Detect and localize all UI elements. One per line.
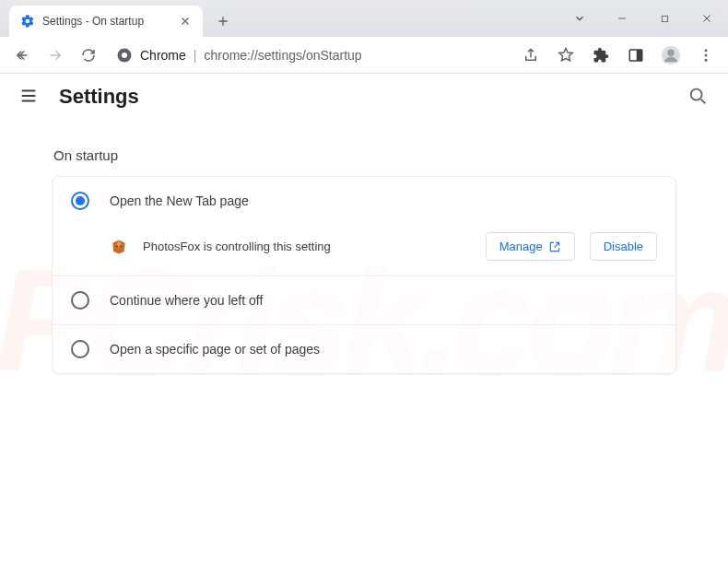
chevron-down-icon[interactable]: [558, 12, 601, 25]
url-path: chrome://settings/onStartup: [204, 48, 361, 63]
settings-page: Settings On startup Open the New Tab pag…: [0, 74, 728, 374]
startup-card: Open the New Tab page PhotosFox is contr…: [52, 176, 676, 374]
tab-close-icon[interactable]: [179, 15, 192, 28]
manage-label: Manage: [499, 240, 543, 253]
svg-point-11: [116, 245, 118, 247]
svg-point-7: [705, 49, 708, 52]
chrome-logo-icon: [116, 47, 133, 64]
svg-point-8: [705, 53, 708, 56]
extension-message: PhotosFox is controlling this setting: [143, 240, 471, 253]
address-bar[interactable]: Chrome | chrome://settings/onStartup: [107, 41, 512, 70]
option-open-new-tab[interactable]: Open the New Tab page: [53, 177, 675, 225]
hamburger-menu-icon[interactable]: [18, 86, 41, 108]
svg-rect-4: [637, 50, 642, 61]
svg-point-12: [120, 245, 122, 247]
menu-dots-icon[interactable]: [691, 41, 721, 70]
search-icon[interactable]: [687, 86, 710, 108]
extension-control-row: PhotosFox is controlling this setting Ma…: [53, 225, 675, 275]
disable-label: Disable: [604, 240, 643, 253]
section-title: On startup: [0, 120, 728, 176]
disable-button[interactable]: Disable: [590, 232, 657, 261]
sidepanel-icon[interactable]: [621, 41, 651, 70]
option-specific-page[interactable]: Open a specific page or set of pages: [53, 325, 675, 373]
option-continue[interactable]: Continue where you left off: [53, 276, 675, 324]
svg-point-10: [691, 89, 702, 100]
option-label: Open the New Tab page: [110, 193, 249, 208]
url-divider: |: [194, 48, 197, 63]
back-button[interactable]: [7, 41, 37, 70]
settings-header: Settings: [0, 74, 728, 120]
manage-button[interactable]: Manage: [486, 232, 575, 261]
svg-point-6: [667, 49, 674, 55]
share-icon[interactable]: [516, 41, 546, 70]
radio-selected-icon[interactable]: [71, 192, 89, 210]
forward-button[interactable]: [41, 41, 70, 70]
new-tab-button[interactable]: [210, 8, 236, 34]
profile-avatar-icon[interactable]: [656, 41, 686, 70]
extensions-icon[interactable]: [586, 41, 616, 70]
window-controls: [558, 0, 728, 37]
close-button[interactable]: [686, 0, 728, 37]
svg-point-9: [705, 58, 708, 61]
page-title: Settings: [59, 85, 669, 109]
radio-unselected-icon[interactable]: [71, 291, 89, 310]
option-label: Open a specific page or set of pages: [110, 342, 320, 357]
maximize-button[interactable]: [643, 0, 686, 37]
svg-point-2: [122, 53, 127, 58]
gear-icon: [20, 14, 35, 29]
titlebar: Settings - On startup: [0, 0, 728, 37]
tab-title: Settings - On startup: [42, 15, 144, 28]
browser-tab[interactable]: Settings - On startup: [9, 6, 203, 37]
radio-unselected-icon[interactable]: [71, 340, 89, 358]
reload-button[interactable]: [74, 41, 103, 70]
open-external-icon: [548, 240, 561, 253]
minimize-button[interactable]: [601, 0, 643, 37]
browser-toolbar: Chrome | chrome://settings/onStartup: [0, 37, 728, 74]
bookmark-star-icon[interactable]: [551, 41, 581, 70]
svg-rect-0: [662, 16, 667, 21]
extension-fox-icon: [110, 238, 128, 256]
url-host: Chrome: [140, 48, 186, 63]
option-label: Continue where you left off: [110, 293, 263, 308]
